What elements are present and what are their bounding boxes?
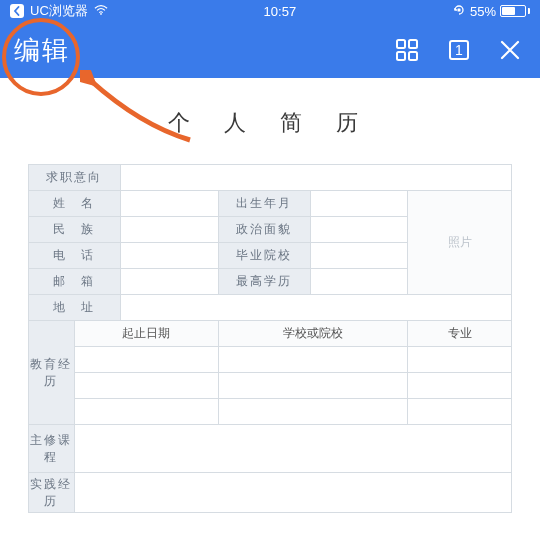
tabs-button[interactable]: 1 <box>446 37 472 63</box>
clock-label: 10:57 <box>264 4 297 19</box>
label-courses: 主修课程 <box>29 425 75 473</box>
header-period: 起止日期 <box>74 321 218 347</box>
grid-view-icon[interactable] <box>394 37 420 63</box>
label-practice: 实践经历 <box>29 473 75 513</box>
carrier-label: UC浏览器 <box>30 2 88 20</box>
svg-rect-2 <box>397 40 405 48</box>
label-name: 姓 名 <box>29 191 121 217</box>
document-viewport[interactable]: 个 人 简 历 求职意向 姓 名 出生年月 照片 民 族政治面貌 电 话毕业院校… <box>0 78 540 540</box>
label-intention: 求职意向 <box>29 165 121 191</box>
svg-rect-3 <box>409 40 417 48</box>
close-icon[interactable] <box>498 38 522 62</box>
wifi-icon <box>94 4 108 19</box>
label-degree: 最高学历 <box>218 269 310 295</box>
doc-title: 个 人 简 历 <box>28 108 512 138</box>
svg-rect-5 <box>409 52 417 60</box>
back-app-icon[interactable] <box>10 4 24 18</box>
edit-button[interactable]: 编辑 <box>14 33 70 68</box>
label-politics: 政治面貌 <box>218 217 310 243</box>
label-school: 毕业院校 <box>218 243 310 269</box>
photo-placeholder: 照片 <box>408 191 512 295</box>
svg-point-0 <box>100 13 102 15</box>
svg-rect-4 <box>397 52 405 60</box>
label-education: 教育经历 <box>29 321 75 425</box>
battery-pct-label: 55% <box>470 4 496 19</box>
label-email: 邮 箱 <box>29 269 121 295</box>
resume-table: 求职意向 姓 名 出生年月 照片 民 族政治面貌 电 话毕业院校 邮 箱最高学历… <box>28 164 512 513</box>
status-bar: UC浏览器 10:57 55% <box>0 0 540 22</box>
label-birth: 出生年月 <box>218 191 310 217</box>
svg-rect-1 <box>457 8 460 11</box>
toolbar: 编辑 1 <box>0 22 540 78</box>
label-address: 地 址 <box>29 295 121 321</box>
label-ethnicity: 民 族 <box>29 217 121 243</box>
header-school: 学校或院校 <box>218 321 408 347</box>
battery-icon <box>500 5 530 17</box>
header-major: 专业 <box>408 321 512 347</box>
tab-count-label: 1 <box>455 42 463 58</box>
orientation-lock-icon <box>452 3 466 20</box>
label-phone: 电 话 <box>29 243 121 269</box>
